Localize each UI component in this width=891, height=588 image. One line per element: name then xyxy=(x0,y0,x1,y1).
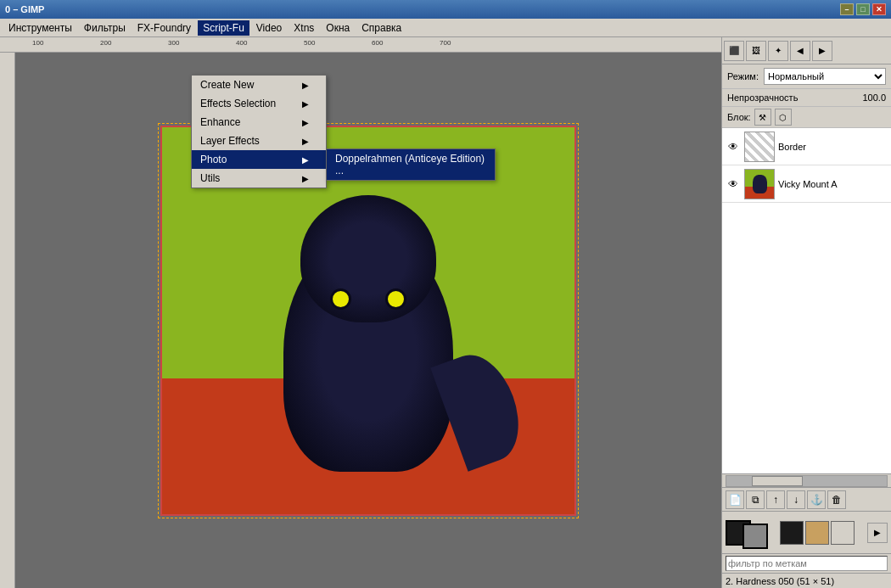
title-bar: 0 – GIMP – □ ✕ xyxy=(0,0,891,19)
mode-label: Режим: xyxy=(727,71,759,81)
opacity-label: Непрозрачность xyxy=(727,92,798,103)
ruler-top: 100 200 300 400 500 600 700 xyxy=(0,37,721,53)
arrow-icon: ▶ xyxy=(302,118,309,127)
cat-eye-left xyxy=(330,288,351,310)
toolbar-btn-2[interactable]: 🖼 xyxy=(746,41,766,61)
menu-bar: Инструменты Фильтры FX-Foundry Script-Fu… xyxy=(0,19,891,37)
layer-name-border: Border xyxy=(778,142,806,152)
main-container: 100 200 300 400 500 600 700 xyxy=(0,37,891,588)
menu-enhance[interactable]: Enhance ▶ xyxy=(192,113,326,132)
toolbar-btn-1[interactable]: ⬛ xyxy=(724,41,744,61)
mode-row: Режим: Нормальный xyxy=(722,64,891,89)
filter-input-area xyxy=(722,553,891,573)
layers-toolbar: ⬛ 🖼 ✦ ◀ ▶ xyxy=(722,37,891,64)
menu-video[interactable]: Video xyxy=(251,20,287,36)
layers-scroll[interactable] xyxy=(722,473,891,487)
block-row: Блок: ⚒ ⬡ xyxy=(722,107,891,128)
menu-utils[interactable]: Utils ▶ xyxy=(192,169,326,188)
anchor-layer-button[interactable]: ⚓ xyxy=(807,490,826,509)
right-panel: ⬛ 🖼 ✦ ◀ ▶ Режим: Нормальный Непрозрачнос… xyxy=(721,37,891,588)
ruler-left xyxy=(0,53,15,588)
ruler-mark: 100 xyxy=(32,39,43,47)
toolbar-btn-5[interactable]: ▶ xyxy=(812,41,832,61)
layer-name-vicky: Vicky Mount A xyxy=(778,179,838,189)
scroll-bar[interactable] xyxy=(726,475,888,487)
submenu-doppelrahmen[interactable]: Doppelrahmen (Anticeye Edition) ... xyxy=(327,149,495,180)
ruler-mark: 600 xyxy=(372,39,383,47)
layer-thumb-cat-art xyxy=(745,170,774,199)
menu-help[interactable]: Справка xyxy=(356,20,406,36)
menu-fx[interactable]: FX-Foundry xyxy=(132,20,196,36)
layers-list: 👁 Border 👁 Vicky Mount A xyxy=(722,128,891,473)
duplicate-layer-button[interactable]: ⧉ xyxy=(746,490,765,509)
ruler-mark: 700 xyxy=(440,39,451,47)
status-text: 2. Hardness 050 (51 × 51) xyxy=(726,576,834,586)
arrow-icon: ▶ xyxy=(302,174,309,183)
block-btn-1[interactable]: ⚒ xyxy=(754,109,771,126)
opacity-row: Непрозрачность 100.0 xyxy=(722,89,891,107)
arrow-icon: ▶ xyxy=(302,137,309,146)
color-extra-btn[interactable]: ▶ xyxy=(867,523,888,543)
menu-layer-effects[interactable]: Layer Effects ▶ xyxy=(192,132,326,150)
layer-visibility-border[interactable]: 👁 xyxy=(726,139,741,154)
cat-tail xyxy=(430,344,532,472)
minimize-button[interactable]: – xyxy=(840,3,854,15)
layer-thumb-checker xyxy=(745,132,774,161)
ruler-mark: 200 xyxy=(100,39,111,47)
menu-xtns[interactable]: Xtns xyxy=(289,20,319,36)
menu-tools[interactable]: Инструменты xyxy=(3,20,77,36)
close-button[interactable]: ✕ xyxy=(872,3,886,15)
menu-create-new[interactable]: Create New ▶ xyxy=(192,76,326,94)
background-color[interactable] xyxy=(742,524,768,549)
arrow-icon: ▶ xyxy=(302,81,309,90)
delete-layer-button[interactable]: 🗑 xyxy=(827,490,846,509)
layer-visibility-vicky[interactable]: 👁 xyxy=(726,176,741,192)
maximize-button[interactable]: □ xyxy=(856,3,870,15)
menu-effects-selection[interactable]: Effects Selection ▶ xyxy=(192,94,326,113)
menu-window[interactable]: Окна xyxy=(321,20,355,36)
layer-thumbnail-border xyxy=(744,132,775,162)
menu-script-fu[interactable]: Script-Fu xyxy=(198,20,249,36)
arrow-icon: ▶ xyxy=(302,155,309,165)
move-layer-up-button[interactable]: ↑ xyxy=(766,490,785,509)
layers-buttons: 📄 ⧉ ↑ ↓ ⚓ 🗑 xyxy=(722,487,891,511)
cat-eye-right xyxy=(385,288,406,310)
app-title: 0 – GIMP xyxy=(5,4,44,14)
filter-input[interactable] xyxy=(726,556,888,571)
ruler-mark: 300 xyxy=(168,39,179,47)
block-btn-2[interactable]: ⬡ xyxy=(775,109,792,126)
color-swatch-2[interactable] xyxy=(805,521,829,545)
layer-thumbnail-vicky xyxy=(744,169,775,199)
script-fu-menu: Create New ▶ Effects Selection ▶ Enhance… xyxy=(191,75,327,188)
menu-photo[interactable]: Photo ▶ Doppelrahmen (Anticeye Edition) … xyxy=(192,150,326,169)
layer-item-vicky[interactable]: 👁 Vicky Mount A xyxy=(722,165,891,203)
scroll-thumb[interactable] xyxy=(752,476,803,486)
canvas-area: 100 200 300 400 500 600 700 xyxy=(0,37,721,588)
opacity-value: 100.0 xyxy=(862,92,886,103)
photo-submenu: Doppelrahmen (Anticeye Edition) ... xyxy=(326,148,496,181)
toolbar-btn-3[interactable]: ✦ xyxy=(768,41,788,61)
color-area: ▶ xyxy=(722,511,891,553)
toolbar-btn-4[interactable]: ◀ xyxy=(790,41,810,61)
move-layer-down-button[interactable]: ↓ xyxy=(787,490,805,509)
arrow-icon: ▶ xyxy=(302,99,309,109)
layer-item-border[interactable]: 👁 Border xyxy=(722,128,891,165)
window-controls: – □ ✕ xyxy=(840,3,886,15)
canvas-content xyxy=(15,53,721,588)
color-swatch-3[interactable] xyxy=(831,521,855,545)
ruler-mark: 400 xyxy=(236,39,247,47)
menu-filters[interactable]: Фильтры xyxy=(79,20,131,36)
new-layer-button[interactable]: 📄 xyxy=(726,490,744,509)
status-bar: 2. Hardness 050 (51 × 51) xyxy=(722,573,891,588)
ruler-mark: 500 xyxy=(304,39,315,47)
mode-select[interactable]: Нормальный xyxy=(764,68,886,85)
block-label: Блок: xyxy=(727,112,751,122)
cat-head xyxy=(300,195,436,322)
color-swatch-1[interactable] xyxy=(780,521,804,545)
